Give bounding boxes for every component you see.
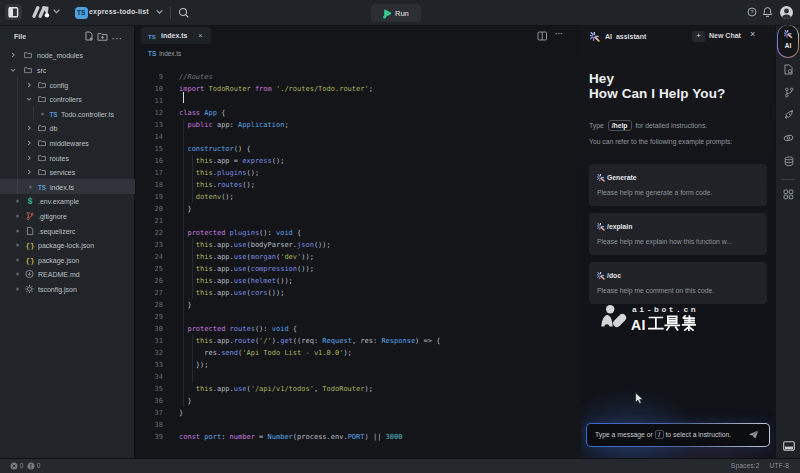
svg-text:$: $: [27, 197, 32, 206]
svg-text:?: ?: [750, 9, 754, 15]
svg-text:{}: {}: [25, 242, 34, 250]
svg-text:{}: {}: [25, 256, 34, 264]
